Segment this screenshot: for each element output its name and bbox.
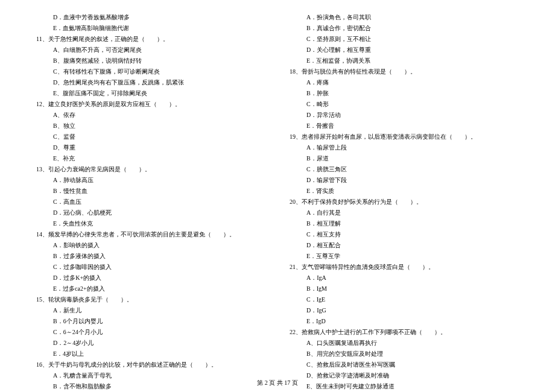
question-stem: 12、建立良好医护关系的原则是双方应相互（ ）。 <box>36 99 265 109</box>
option: E．血氨增高影响脑细胞代谢 <box>36 23 265 33</box>
option: D．过多K+的摄入 <box>36 273 265 283</box>
option: D、尊重 <box>36 142 265 153</box>
question-text: 、引起心力衰竭的常见病因是（ ）。 <box>42 166 151 172</box>
option: E．肾实质 <box>290 186 519 196</box>
option: C．过多咖啡因的摄入 <box>36 262 265 272</box>
option: C．畸形 <box>290 99 519 109</box>
question-number: 12 <box>36 101 42 107</box>
right-column: A．扮演角色，各司其职 B．真诚合作，密切配合 C．坚持原则，互不相让 D．关心… <box>290 12 519 368</box>
option: A、依存 <box>36 110 265 120</box>
option: E．4岁以上 <box>36 349 265 359</box>
option: D．冠心病、心肌梗死 <box>36 207 265 218</box>
question-stem: 20、不利于保持良好护际关系的行为是（ ）。 <box>290 197 519 207</box>
option: A．疼痛 <box>290 77 519 87</box>
question-stem: 16、关于牛奶与母乳成分的比较，对牛奶的叙述正确的是（ ）。 <box>36 359 265 370</box>
option: C、抢救后应及时请医生补写医嘱 <box>290 359 519 370</box>
option: B．过多液体的摄入 <box>36 251 265 261</box>
option: A．IgA <box>290 273 519 283</box>
question-text: 、抢救病人中护士进行的工作下列哪项不正确（ ）。 <box>296 329 446 335</box>
option: A．自行其是 <box>290 207 519 218</box>
question-stem: 14、频发早搏的心律失常患者，不可饮用浓茶的目的主要是避免（ ）。 <box>36 229 265 239</box>
option: A．新生儿 <box>36 305 265 315</box>
question-number: 20 <box>290 198 296 205</box>
option: A．扮演角色，各司其职 <box>290 12 519 22</box>
question-text: 、患者排尿开始时有血尿，以后逐渐变清表示病变部位在（ ）。 <box>296 133 477 140</box>
option: D．IgG <box>290 305 519 315</box>
question-stem: 21、支气管哮喘特异性的血清免疫球蛋白是（ ）。 <box>290 262 519 272</box>
option: C．坚持原则，互不相让 <box>290 34 519 44</box>
question-number: 18 <box>290 68 296 75</box>
page-footer: 第 2 页 共 17 页 <box>0 379 555 387</box>
option: E、补充 <box>36 153 265 163</box>
option: E、腹部压痛不固定，可排除阑尾炎 <box>36 88 265 98</box>
option: B、腹痛突然减轻，说明病情好转 <box>36 55 265 66</box>
option: B、独立 <box>36 121 265 131</box>
option: B．IgM <box>290 283 519 294</box>
option: D．关心理解，相互尊重 <box>290 45 519 55</box>
option: B、用完的空安瓿应及时处理 <box>290 349 519 359</box>
option: B．真诚合作，密切配合 <box>290 23 519 33</box>
question-stem: 19、患者排尿开始时有血尿，以后逐渐变清表示病变部位在（ ）。 <box>290 131 519 142</box>
option: C、有转移性右下腹痛，即可诊断阑尾炎 <box>36 66 265 77</box>
option: B．6个月以内婴儿 <box>36 316 265 326</box>
option: C．相互支持 <box>290 229 519 239</box>
option: A．肺动脉高压 <box>36 175 265 185</box>
question-number: 11 <box>36 36 42 42</box>
option: D、急性阑尾炎均有右下腹压痛，反跳痛，肌紧张 <box>36 77 265 87</box>
option: D．输尿管下段 <box>290 175 519 185</box>
question-text: 、频发早搏的心律失常患者，不可饮用浓茶的目的主要是避免（ ）。 <box>42 231 235 238</box>
option: D．2～4岁小儿 <box>36 338 265 348</box>
option: B．尿道 <box>290 153 519 163</box>
question-text: 、关于急性阑尾炎的叙述，正确的是（ ）。 <box>42 36 169 42</box>
question-text: 、关于牛奶与母乳成分的比较，对牛奶的叙述正确的是（ ）。 <box>42 361 217 368</box>
option: E．过多ca2+的摄入 <box>36 283 265 294</box>
question-number: 19 <box>290 133 296 140</box>
option: E．互相监督，协调关系 <box>290 55 519 66</box>
question-stem: 22、抢救病人中护士进行的工作下列哪项不正确（ ）。 <box>290 327 519 337</box>
question-stem: 15、轮状病毒肠炎多见于（ ）。 <box>36 294 265 305</box>
option: D．相互配合 <box>290 240 519 250</box>
option: C、监督 <box>36 131 265 142</box>
option: D．异常活动 <box>290 110 519 120</box>
question-stem: 11、关于急性阑尾炎的叙述，正确的是（ ）。 <box>36 34 265 44</box>
option: E．IgD <box>290 316 519 326</box>
option: A、口头医嘱复诵后再执行 <box>290 338 519 348</box>
left-column: D．血液中芳香族氨基酸增多 E．血氨增高影响脑细胞代谢 11、关于急性阑尾炎的叙… <box>36 12 265 368</box>
question-text: 、不利于保持良好护际关系的行为是（ ）。 <box>296 198 422 205</box>
question-number: 22 <box>290 329 296 335</box>
option: A、白细胞不升高，可否定阑尾炎 <box>36 45 265 55</box>
option: E．骨擦音 <box>290 121 519 131</box>
option: B．相互理解 <box>290 218 519 229</box>
page-content: D．血液中芳香族氨基酸增多 E．血氨增高影响脑细胞代谢 11、关于急性阑尾炎的叙… <box>36 12 519 368</box>
question-text: 、建立良好医护关系的原则是双方应相互（ ）。 <box>42 101 181 107</box>
option: E．失血性休克 <box>36 218 265 229</box>
option: C．高血压 <box>36 197 265 207</box>
question-number: 21 <box>290 264 296 270</box>
question-text: 、骨折与脱位共有的特征性表现是（ ）。 <box>296 68 416 75</box>
question-number: 15 <box>36 296 42 303</box>
option: D．血液中芳香族氨基酸增多 <box>36 12 265 22</box>
option: A．输尿管上段 <box>290 142 519 153</box>
option: C．膀胱三角区 <box>290 164 519 174</box>
question-text: 、轮状病毒肠炎多见于（ ）。 <box>42 296 133 303</box>
option: C．6～24个月小儿 <box>36 327 265 337</box>
question-number: 14 <box>36 231 42 238</box>
question-number: 13 <box>36 166 42 172</box>
question-stem: 18、骨折与脱位共有的特征性表现是（ ）。 <box>290 66 519 77</box>
option: B．慢性贫血 <box>36 186 265 196</box>
question-text: 、支气管哮喘特异性的血清免疫球蛋白是（ ）。 <box>296 264 434 270</box>
question-number: 16 <box>36 361 42 368</box>
option: E．互尊互学 <box>290 251 519 261</box>
option: A．影响铁的摄入 <box>36 240 265 250</box>
option: C．IgE <box>290 294 519 305</box>
question-stem: 13、引起心力衰竭的常见病因是（ ）。 <box>36 164 265 174</box>
option: B．肿胀 <box>290 88 519 98</box>
